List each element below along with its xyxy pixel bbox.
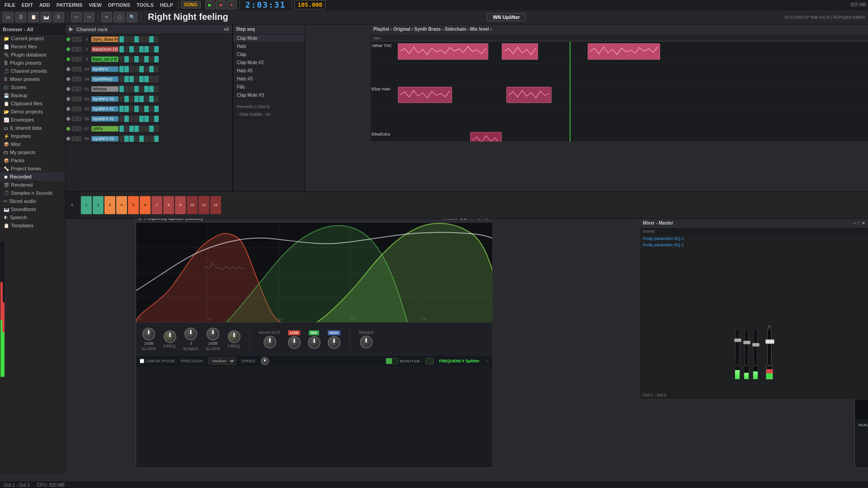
ch-solo-6[interactable] xyxy=(77,97,81,101)
step-3-5[interactable] xyxy=(144,66,149,72)
step-5-3[interactable] xyxy=(134,86,139,92)
freq-splitter-prev[interactable]: ◀ xyxy=(459,219,462,221)
ch-solo-0[interactable] xyxy=(77,37,81,42)
sidebar-item-samples-sounds[interactable]: 🎵 Samples n Sounds xyxy=(0,189,65,197)
step-8-0[interactable] xyxy=(119,116,124,122)
tb-mixer[interactable]: 🎚 xyxy=(53,12,64,22)
ch-active-8[interactable] xyxy=(66,117,70,121)
sidebar-item-demo-projects[interactable]: 📂 Demo projects xyxy=(0,108,65,116)
ch-solo-4[interactable] xyxy=(77,77,81,81)
step-9-3[interactable] xyxy=(134,126,139,132)
tb-browser[interactable]: 🗂 xyxy=(3,12,14,22)
step-7-3[interactable] xyxy=(134,106,139,112)
tb-pencil[interactable]: ✏ xyxy=(101,12,112,22)
step-10-5[interactable] xyxy=(144,136,149,142)
step-4-5[interactable] xyxy=(144,76,149,82)
step-4-7[interactable] xyxy=(154,76,159,82)
pattern-block-2[interactable]: 2 xyxy=(93,196,104,214)
mixer-fx-2[interactable]: Fruity parametric EQ 2 xyxy=(640,242,868,248)
sidebar-item-project-bones[interactable]: 🦴 Project bones xyxy=(0,164,65,173)
seq-pattern-hats[interactable]: Hats xyxy=(233,42,305,51)
tb-undo[interactable]: ↩ xyxy=(71,12,82,22)
menu-help[interactable]: HELP xyxy=(157,1,176,9)
step-8-7[interactable] xyxy=(154,116,159,122)
step-1-6[interactable] xyxy=(149,46,154,52)
ch-name-2[interactable]: Bass_um 2 B xyxy=(91,56,118,62)
menu-add[interactable]: ADD xyxy=(37,1,53,9)
freq-splitter-close[interactable]: ✕ xyxy=(483,219,490,221)
sidebar-item-soundfonts[interactable]: 🎹 Soundfonts xyxy=(0,205,65,213)
ch-name-10[interactable]: SynthFX #3 xyxy=(91,136,118,141)
menu-tools[interactable]: TOOLS xyxy=(134,1,156,9)
sidebar-item-plugin-presets[interactable]: 🎛 Plugin presets xyxy=(0,59,65,67)
step-3-6[interactable] xyxy=(149,66,154,72)
menu-file[interactable]: FILE xyxy=(2,1,18,9)
step-0-0[interactable] xyxy=(119,36,124,42)
step-7-6[interactable] xyxy=(149,106,154,112)
step-4-4[interactable] xyxy=(139,76,144,82)
menu-edit[interactable]: EDIT xyxy=(19,1,36,9)
seq-pattern-clap[interactable]: Clap xyxy=(233,51,305,59)
step-3-3[interactable] xyxy=(134,66,139,72)
ch-solo-9[interactable] xyxy=(77,127,81,131)
knob-slope-left[interactable] xyxy=(142,328,155,340)
step-9-2[interactable] xyxy=(129,126,134,132)
step-0-1[interactable] xyxy=(124,36,129,42)
pattern-block-12[interactable]: 12 xyxy=(210,196,221,214)
step-6-6[interactable] xyxy=(149,96,154,102)
step-2-7[interactable] xyxy=(154,56,159,62)
rec-btn[interactable]: ● xyxy=(227,0,237,9)
ch-mute-1[interactable] xyxy=(72,47,76,52)
menu-view[interactable]: VIEW xyxy=(86,1,104,9)
step-5-4[interactable] xyxy=(139,86,144,92)
sidebar-item-sliced-audio[interactable]: ✂ Sliced audio xyxy=(0,197,65,205)
step-6-1[interactable] xyxy=(124,96,129,102)
audio-block-atthar-3[interactable] xyxy=(588,43,660,60)
bpm-display[interactable]: 105.000 xyxy=(294,0,326,9)
tb-channel-rack[interactable]: 🎛 xyxy=(15,12,26,22)
step-2-6[interactable] xyxy=(149,56,154,62)
step-0-5[interactable] xyxy=(144,36,149,42)
step-4-1[interactable] xyxy=(124,76,129,82)
ch-solo-2[interactable] xyxy=(77,57,81,61)
step-4-3[interactable] xyxy=(134,76,139,82)
sidebar-item-packs[interactable]: 📦 Packs xyxy=(0,156,65,164)
pattern-blocks-row[interactable]: 1 2 3 4 5 6 7 8 9 10 11 12 xyxy=(79,192,223,218)
ch-name-4[interactable]: SynthRev2 xyxy=(91,76,118,82)
knob-low[interactable] xyxy=(288,336,301,349)
step-9-0[interactable] xyxy=(119,126,124,132)
audio-block-atthar-2[interactable] xyxy=(502,43,538,60)
step-3-2[interactable] xyxy=(129,66,134,72)
step-8-5[interactable] xyxy=(144,116,149,122)
sidebar-item-current-project[interactable]: 📁 Current project xyxy=(0,34,65,42)
pattern-block-5[interactable]: 5 xyxy=(128,196,139,214)
ch-active-5[interactable] xyxy=(66,87,70,91)
step-9-7[interactable] xyxy=(154,126,159,132)
step-6-7[interactable] xyxy=(154,96,159,102)
ch-solo-1[interactable] xyxy=(77,47,81,52)
step-3-1[interactable] xyxy=(124,66,129,72)
step-10-3[interactable] xyxy=(134,136,139,142)
step-3-0[interactable] xyxy=(119,66,124,72)
step-8-3[interactable] xyxy=(134,116,139,122)
fader-thumb-master[interactable] xyxy=(765,339,774,344)
knob-main-out[interactable] xyxy=(264,336,276,348)
ch-mute-4[interactable] xyxy=(72,77,76,81)
ch-mute-0[interactable] xyxy=(72,37,76,42)
pattern-block-6[interactable]: 6 xyxy=(140,196,151,214)
audio-block-extra-1[interactable] xyxy=(470,132,502,141)
play-btn[interactable]: ▶ xyxy=(205,0,215,9)
ch-name-9[interactable]: UPFx xyxy=(91,126,118,131)
ch-name-0[interactable]: Sytru_Bass fm xyxy=(91,37,118,42)
step-10-6[interactable] xyxy=(149,136,154,142)
ch-name-8[interactable]: SynthFX #2 xyxy=(91,116,118,122)
fader-thumb-2[interactable] xyxy=(743,341,750,344)
step-6-2[interactable] xyxy=(129,96,134,102)
mixer-min[interactable]: − xyxy=(853,221,855,225)
step-4-6[interactable] xyxy=(149,76,154,82)
ch-mute-5[interactable] xyxy=(72,87,76,91)
menu-options[interactable]: OPTIONS xyxy=(105,1,133,9)
step-6-3[interactable] xyxy=(134,96,139,102)
ch-rack-all[interactable]: All xyxy=(223,27,229,32)
step-10-1[interactable] xyxy=(124,136,129,142)
